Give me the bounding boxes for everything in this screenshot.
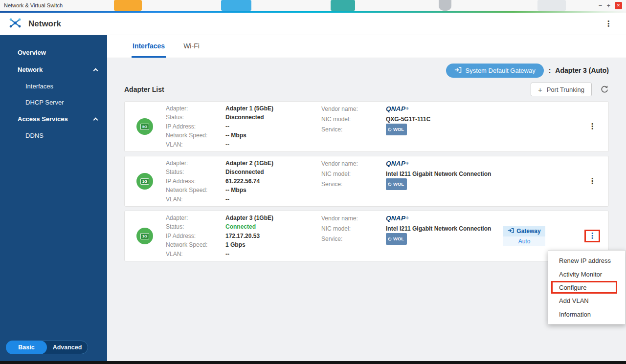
field-label: Vendor name: bbox=[321, 104, 386, 114]
field-label: NIC model: bbox=[321, 224, 386, 234]
adapter-name: Adapter 1 (5GbE) bbox=[225, 104, 321, 113]
field-label: IP Address: bbox=[166, 122, 225, 131]
field-label: Status: bbox=[166, 113, 225, 122]
power-icon bbox=[388, 182, 392, 186]
field-label: Status: bbox=[166, 168, 225, 177]
adapter-list-title: Adapter List bbox=[124, 86, 164, 93]
field-label: Service: bbox=[321, 125, 386, 135]
field-label: VLAN: bbox=[166, 140, 225, 150]
adapter-ip: -- bbox=[225, 122, 321, 131]
adapter-speed-icon: 1G bbox=[136, 173, 153, 190]
field-label: Vendor name: bbox=[321, 159, 386, 169]
maximize-button[interactable]: + bbox=[606, 2, 610, 9]
adapter-speed: -- Mbps bbox=[225, 131, 321, 140]
mode-toggle: Basic Advanced bbox=[6, 341, 88, 354]
tab-interfaces[interactable]: Interfaces bbox=[132, 35, 166, 58]
power-icon bbox=[388, 128, 392, 131]
port-trunking-button[interactable]: + Port Trunking bbox=[531, 83, 592, 96]
field-label: IP Address: bbox=[166, 232, 225, 241]
adapter-speed-icon: 1G bbox=[136, 228, 153, 244]
field-label: IP Address: bbox=[166, 177, 225, 186]
desktop-icon-remnant bbox=[331, 0, 355, 11]
adapter-actions-menu-button[interactable]: ⋮ bbox=[586, 231, 599, 241]
sidebar-item-overview[interactable]: Overview bbox=[0, 44, 107, 61]
desktop-icon-remnant bbox=[439, 0, 451, 11]
vendor-logo: QNAP® bbox=[386, 159, 503, 169]
adapter-status: Connected bbox=[225, 222, 321, 232]
desktop-icon-remnant bbox=[537, 0, 566, 11]
adapter-list: 5G Adapter: Adapter 1 (5GbE) Status: Dis… bbox=[124, 101, 609, 261]
gateway-status-cell: Gateway Auto bbox=[503, 226, 545, 246]
nic-model: Intel I211 Gigabit Network Connection bbox=[386, 169, 503, 179]
sidebar-item-interfaces[interactable]: Interfaces bbox=[0, 78, 107, 94]
field-label: Service: bbox=[321, 179, 386, 190]
advanced-mode-button[interactable]: Advanced bbox=[47, 344, 88, 351]
default-gateway-value: Adapter 3 (Auto) bbox=[555, 66, 609, 74]
adapter-vlan: -- bbox=[225, 195, 321, 204]
field-label: Adapter: bbox=[166, 159, 225, 168]
refresh-icon bbox=[600, 85, 609, 94]
adapter-vlan: -- bbox=[225, 250, 321, 259]
adapter-speed-icon: 5G bbox=[136, 118, 153, 135]
window-titlebar: Network & Virtual Switch − + ✕ bbox=[0, 0, 626, 11]
chevron-up-icon bbox=[93, 68, 98, 73]
field-label: NIC model: bbox=[321, 114, 386, 125]
nic-model: Intel I211 Gigabit Network Connection bbox=[386, 224, 503, 234]
adapter-name: Adapter 2 (1GbE) bbox=[225, 159, 321, 168]
menu-item-add-vlan[interactable]: Add VLAN bbox=[548, 294, 625, 307]
sidebar-group-access-services[interactable]: Access Services bbox=[0, 110, 107, 128]
adapter-card-2: 1G Adapter: Adapter 2 (1GbE) Status: Dis… bbox=[124, 156, 609, 207]
adapter-context-menu: Renew IP address Activity Monitor Config… bbox=[548, 250, 626, 324]
basic-mode-button[interactable]: Basic bbox=[6, 341, 47, 354]
field-label: Network Speed: bbox=[166, 131, 225, 140]
gateway-badge: Gateway bbox=[503, 226, 545, 236]
adapter-status: Disconnected bbox=[225, 113, 321, 122]
wol-badge: WOL bbox=[386, 233, 407, 245]
field-label: VLAN: bbox=[166, 195, 225, 204]
sidebar-item-ddns[interactable]: DDNS bbox=[0, 128, 107, 144]
system-default-gateway-button[interactable]: System Default Gateway bbox=[446, 64, 544, 78]
sidebar: Overview Network Interfaces DHCP Server … bbox=[0, 35, 107, 361]
gateway-mode-link[interactable]: Auto bbox=[503, 236, 545, 246]
adapter-vlan: -- bbox=[225, 140, 321, 150]
gateway-icon bbox=[454, 66, 462, 75]
power-icon bbox=[388, 237, 392, 241]
desktop-icon-remnant bbox=[221, 0, 251, 11]
window-title: Network & Virtual Switch bbox=[4, 2, 63, 8]
adapter-card-1: 5G Adapter: Adapter 1 (5GbE) Status: Dis… bbox=[124, 101, 609, 152]
sidebar-group-network[interactable]: Network bbox=[0, 61, 107, 78]
adapter-actions-menu-button[interactable]: ⋮ bbox=[585, 121, 600, 132]
menu-item-activity-monitor[interactable]: Activity Monitor bbox=[548, 267, 625, 281]
app-header: Network ⋮ bbox=[0, 13, 626, 35]
header-more-menu-button[interactable]: ⋮ bbox=[601, 18, 616, 30]
adapter-speed: -- Mbps bbox=[225, 186, 321, 195]
wol-badge: WOL bbox=[386, 124, 407, 135]
adapter-ip: 172.17.20.53 bbox=[225, 232, 321, 241]
close-button[interactable]: ✕ bbox=[615, 2, 622, 9]
wol-badge: WOL bbox=[386, 178, 407, 190]
field-label: Adapter: bbox=[166, 214, 225, 223]
plus-icon: + bbox=[538, 86, 542, 93]
adapter-status: Disconnected bbox=[225, 168, 321, 177]
gateway-icon bbox=[508, 228, 514, 235]
field-label: Service: bbox=[321, 234, 386, 244]
menu-item-configure[interactable]: Configure bbox=[551, 281, 617, 294]
field-label: Adapter: bbox=[166, 104, 225, 113]
adapter-name: Adapter 3 (1GbE) bbox=[225, 214, 321, 223]
service-cell: WOL bbox=[386, 234, 503, 244]
menu-item-information[interactable]: Information bbox=[548, 307, 625, 321]
tab-bar: Interfaces Wi-Fi bbox=[107, 35, 626, 58]
nic-model: QXG-5G1T-111C bbox=[386, 114, 503, 125]
adapter-speed: 1 Gbps bbox=[225, 240, 321, 250]
annotation-highlight-kebab: ⋮ bbox=[584, 230, 600, 242]
minimize-button[interactable]: − bbox=[599, 2, 603, 9]
field-label: Network Speed: bbox=[166, 240, 225, 250]
tab-wifi[interactable]: Wi-Fi bbox=[182, 35, 201, 58]
adapter-actions-menu-button[interactable]: ⋮ bbox=[585, 175, 600, 187]
refresh-button[interactable] bbox=[600, 85, 609, 94]
field-label: Status: bbox=[166, 222, 225, 232]
sidebar-item-dhcp-server[interactable]: DHCP Server bbox=[0, 94, 107, 110]
field-label: Vendor name: bbox=[321, 214, 386, 224]
network-app-icon bbox=[9, 17, 22, 31]
menu-item-renew-ip[interactable]: Renew IP address bbox=[548, 254, 625, 267]
